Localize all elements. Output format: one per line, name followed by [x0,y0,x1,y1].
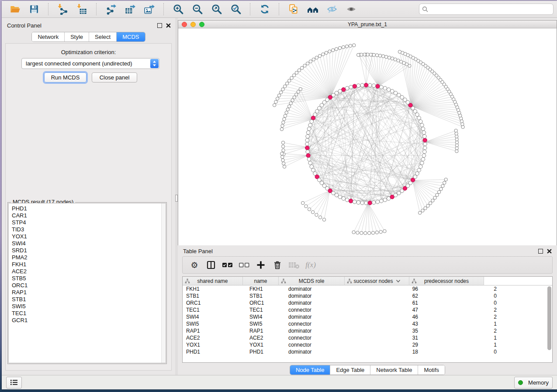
table-row[interactable]: FKH1FKH1dominator962 [183,285,552,292]
table-tab-network-table[interactable]: Network Table [370,365,418,375]
mcds-result-item[interactable]: PHD1 [12,205,166,212]
column-header-shared-name[interactable]: shared name [183,277,243,285]
table-row[interactable]: ACE2ACE2connector311 [183,334,552,341]
mcds-result-item[interactable]: YOX1 [12,233,166,240]
add-column-button[interactable] [254,259,267,271]
divider-handle[interactable] [175,195,178,202]
table-scrollbar-thumb[interactable] [547,286,551,350]
mcds-result-list[interactable]: PHD1CAR1STP4TID3YOX1SWI4SRD1PMA2FKH1ACE2… [8,203,166,363]
delete-column-button[interactable] [271,259,284,271]
export-table-button[interactable] [123,3,138,16]
network-window: YPA_prune.txt_1 [178,20,557,245]
column-header-name[interactable]: name [243,277,279,285]
import-network-button[interactable] [55,3,70,16]
tab-network[interactable]: Network [32,32,64,41]
close-panel-icon[interactable] [166,23,171,28]
toolbar-separator [250,3,251,15]
zoom-fit-icon [211,3,222,15]
zoom-out-button[interactable] [190,3,205,16]
mcds-result-item[interactable]: STP4 [12,219,166,226]
criterion-dropdown[interactable]: largest connected component (undirected) [21,58,159,69]
result-list-scrollbar[interactable] [161,203,166,363]
mcds-result-item[interactable]: SWI4 [12,240,166,247]
table-row[interactable]: STB1STB1dominator620 [183,292,552,299]
table-row[interactable]: PHD1PHD1dominator180 [183,348,552,355]
network-graph[interactable] [178,28,557,245]
column-header-MCDS-role[interactable]: MCDS role [279,277,345,285]
hide-selected-button[interactable] [325,3,339,16]
cell-shared_name: SWI4 [183,314,246,320]
zoom-fit-button[interactable] [209,3,224,16]
mcds-result-item[interactable]: CAR1 [12,212,166,219]
column-header-predecessor-nodes[interactable]: predecessor nodes [409,277,484,285]
show-all-button[interactable] [344,3,359,16]
export-network-button[interactable] [104,3,118,16]
zoom-selected-button[interactable] [228,3,243,16]
run-mcds-button[interactable]: Run MCDS [44,72,86,83]
close-table-panel-icon[interactable] [547,249,552,254]
mcds-result-item[interactable]: TEC1 [12,310,166,317]
mcds-result-item[interactable]: ORC1 [12,282,166,289]
table-settings-button[interactable]: ⚙ [188,259,201,271]
column-label: successor nodes [353,278,393,284]
mcds-result-item[interactable]: TID3 [12,226,166,233]
cell-successor_nodes: 61 [354,300,422,306]
mcds-result-item[interactable]: SWI5 [12,303,166,310]
mcds-result-item[interactable]: SRD1 [12,247,166,254]
table-tab-motifs[interactable]: Motifs [418,365,445,375]
panel-divider[interactable] [175,18,178,375]
open-button[interactable] [7,3,22,16]
cell-mcds_role: dominator [285,286,354,292]
table-tab-edge-table[interactable]: Edge Table [330,365,370,375]
table-tab-node-table[interactable]: Node Table [290,365,330,375]
table-row[interactable]: SWI5SWI5connector431 [183,320,552,327]
mcds-result-item[interactable]: PMA2 [12,254,166,261]
table-row[interactable]: RAP1RAP1dominator352 [183,327,552,334]
table-row[interactable]: ORC1ORC1dominator610 [183,299,552,306]
mcds-result-item[interactable]: STB1 [12,296,166,303]
cell-predecessor_nodes: 1 [422,335,501,341]
zoom-in-button[interactable] [171,3,186,16]
cell-shared_name: SWI5 [183,321,246,327]
delete-table-button[interactable] [287,259,301,271]
float-panel-icon[interactable] [157,23,162,28]
deselect-all-columns-button[interactable] [238,259,251,271]
export-image-button[interactable] [142,3,157,16]
mcds-result-item[interactable]: FKH1 [12,261,166,268]
cell-mcds_role: connector [285,307,354,313]
mcds-result-item[interactable]: RAP1 [12,289,166,296]
split-columns-button[interactable] [204,259,218,271]
table-row[interactable]: YOX1YOX1connector291 [183,341,552,348]
first-neighbors-button[interactable] [305,3,320,16]
save-button[interactable] [27,3,42,16]
cell-name: STB1 [246,293,285,299]
table-row[interactable]: TEC1TEC1connector472 [183,306,552,313]
mcds-result-item[interactable]: ACE2 [12,268,166,275]
close-panel-button[interactable]: Close panel [92,72,137,83]
plus-icon [256,260,266,270]
table-row[interactable]: SWI4SWI4dominator462 [183,313,552,320]
tab-mcds[interactable]: MCDS [116,32,145,41]
gear-icon: ⚙ [190,261,198,269]
select-all-columns-button[interactable] [221,259,234,271]
tab-style[interactable]: Style [64,32,89,41]
cell-successor_nodes: 31 [354,335,422,341]
function-builder-button[interactable]: f(x) [304,259,317,271]
table-body: FKH1FKH1dominator962STB1STB1dominator620… [183,285,552,355]
import-table-button[interactable] [75,3,90,16]
tab-select[interactable]: Select [89,32,116,41]
task-history-button[interactable] [6,377,22,389]
mcds-result-item[interactable]: STB5 [12,275,166,282]
zoom-out-icon [192,3,203,15]
search-input[interactable] [430,6,550,13]
float-table-panel-icon[interactable] [538,249,543,254]
refresh-button[interactable] [257,3,272,16]
mcds-result-item[interactable]: GCR1 [12,317,166,324]
copy-network-button[interactable] [286,3,301,16]
tree-icon [412,279,417,284]
table-scrollbar[interactable] [547,286,551,361]
column-header-successor-nodes[interactable]: successor nodes [345,277,409,285]
network-canvas[interactable] [178,28,557,245]
memory-button[interactable]: Memory [514,377,553,389]
table-panel-title: Table Panel [183,248,213,254]
